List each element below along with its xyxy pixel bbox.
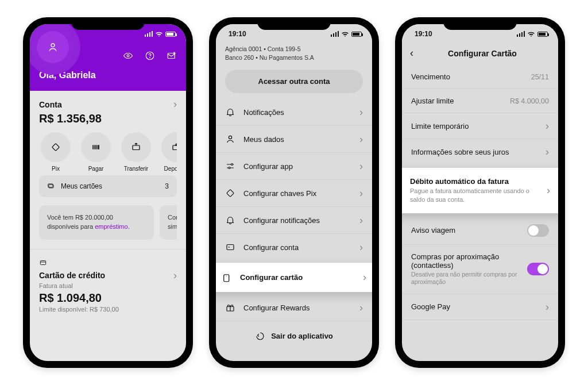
- chevron-right-icon: [359, 215, 363, 225]
- signal-icon: [517, 31, 525, 37]
- chevron-right-icon: [359, 302, 363, 313]
- svg-point-1: [127, 55, 129, 57]
- title-bar: ‹ Configurar Cartão: [402, 44, 558, 65]
- row-vencimento[interactable]: Vencimento 25/11: [402, 65, 558, 89]
- banner-other[interactable]: Conf simp: [160, 205, 177, 240]
- screen-home: Olá, Gabriela Conta R$ 1.356,98 Pix: [30, 24, 186, 361]
- transfer-in-icon: [171, 142, 177, 152]
- eye-icon[interactable]: [123, 51, 133, 61]
- cc-limit: Limite disponível: R$ 730,00: [39, 306, 177, 313]
- svg-rect-15: [227, 245, 234, 250]
- phone-settings-menu: 19:10 Agência 0001 • Conta 199-5 Banco 2…: [209, 17, 379, 368]
- cc-subtitle: Fatura atual: [39, 282, 177, 289]
- my-cards-label: Meus cartões: [61, 182, 102, 190]
- row-juros[interactable]: Informações sobre seus juros: [402, 139, 558, 164]
- person-icon: [47, 41, 59, 53]
- action-pix[interactable]: Pix: [39, 132, 72, 172]
- battery-icon: [351, 32, 362, 37]
- cc-amount: R$ 1.094,80: [39, 291, 177, 305]
- menu-config-rewards[interactable]: Configurar Rewards: [216, 294, 372, 321]
- content-home: Conta R$ 1.356,98 Pix Pagar Tran: [30, 91, 186, 321]
- svg-rect-14: [227, 190, 234, 197]
- notch: [257, 17, 331, 30]
- cc-title: Cartão de crédito: [39, 271, 105, 280]
- svg-rect-4: [168, 53, 175, 59]
- phone-home: Olá, Gabriela Conta R$ 1.356,98 Pix: [23, 17, 193, 368]
- person-icon: [225, 134, 235, 144]
- chevron-right-icon: [173, 99, 177, 110]
- wifi-icon: [155, 30, 163, 38]
- menu-config-account[interactable]: Configurar conta: [216, 234, 372, 260]
- svg-rect-6: [133, 145, 140, 150]
- menu-my-data[interactable]: Meus dados: [216, 126, 372, 152]
- row-google-pay[interactable]: Google Pay: [402, 294, 558, 320]
- invite-icon[interactable]: [167, 51, 177, 61]
- chevron-right-icon: [547, 185, 550, 196]
- action-pagar[interactable]: Pagar: [79, 132, 113, 172]
- row-ajustar-limite[interactable]: Ajustar limite R$ 4.000,00: [402, 89, 558, 113]
- svg-rect-5: [52, 144, 60, 151]
- toggle-contactless[interactable]: [527, 263, 549, 275]
- row-contactless[interactable]: Compras por aproximação (contactless) De…: [402, 245, 558, 294]
- my-cards-pill[interactable]: Meus cartões 3: [39, 175, 177, 197]
- action-depositar[interactable]: Depositar: [160, 132, 177, 172]
- wifi-icon: [527, 30, 535, 38]
- menu-notifications[interactable]: Notificações: [216, 99, 372, 125]
- account-section[interactable]: Conta R$ 1.356,98 Pix Pagar Tran: [39, 99, 177, 197]
- chevron-right-icon: [546, 302, 549, 312]
- chevron-right-icon: [546, 147, 549, 157]
- svg-rect-10: [40, 260, 45, 264]
- menu-config-app[interactable]: Configurar app: [216, 153, 372, 179]
- bell-icon: [225, 107, 235, 117]
- gift-icon: [225, 302, 235, 313]
- chevron-right-icon: [359, 188, 363, 198]
- chevron-right-icon: [359, 161, 363, 171]
- credit-card-section[interactable]: Cartão de crédito Fatura atual R$ 1.094,…: [39, 259, 177, 313]
- chevron-right-icon: [359, 107, 363, 117]
- notch: [443, 17, 517, 30]
- battery-icon: [537, 32, 548, 37]
- help-icon[interactable]: [145, 51, 155, 61]
- profile-avatar: [37, 31, 69, 63]
- svg-point-18: [226, 275, 227, 276]
- card-icon: [222, 272, 232, 283]
- my-cards-count: 3: [165, 182, 169, 190]
- chevron-right-icon: [363, 272, 366, 283]
- chevron-right-icon: [173, 270, 177, 281]
- phone-card-config: 19:10 ‹ Configurar Cartão Vencimento 25/…: [395, 17, 565, 368]
- row-debito-automatico-highlight[interactable]: Débito automático da fatura Pague a fatu…: [402, 168, 558, 213]
- notch: [71, 17, 145, 30]
- sliders-icon: [225, 161, 235, 171]
- menu-config-notifications[interactable]: Configurar notificações: [216, 207, 372, 233]
- bell-icon: [225, 215, 235, 225]
- settings-menu: Notificações Meus dados Configurar app C…: [216, 99, 372, 350]
- menu-config-card-highlight[interactable]: Configurar cartão: [216, 263, 372, 292]
- screen-settings-menu: 19:10 Agência 0001 • Conta 199-5 Banco 2…: [216, 24, 372, 361]
- status-time: 19:10: [415, 30, 432, 38]
- signal-icon: [331, 31, 339, 37]
- screen-card-config: 19:10 ‹ Configurar Cartão Vencimento 25/…: [402, 24, 558, 361]
- row-limite-temporario[interactable]: Limite temporário: [402, 113, 558, 139]
- pix-icon: [51, 142, 61, 152]
- account-title: Conta: [39, 100, 62, 109]
- account-box-icon: [225, 242, 235, 252]
- row-aviso-viagem[interactable]: Aviso viagem: [402, 217, 558, 244]
- banners: Você tem R$ 20.000,00 disponíveis para e…: [39, 205, 177, 240]
- toggle-aviso-viagem[interactable]: [527, 224, 549, 237]
- menu-config-pix[interactable]: Configurar chaves Pix: [216, 180, 372, 206]
- card-icon: [39, 259, 47, 267]
- account-balance: R$ 1.356,98: [39, 112, 177, 125]
- logout-button[interactable]: Sair do aplicativo: [216, 321, 372, 350]
- switch-account-button[interactable]: Acessar outra conta: [225, 70, 363, 93]
- wifi-icon: [341, 30, 349, 38]
- chevron-right-icon: [359, 134, 363, 144]
- svg-point-11: [229, 136, 231, 139]
- banner-loan[interactable]: Você tem R$ 20.000,00 disponíveis para e…: [39, 205, 154, 240]
- divider: [30, 249, 186, 249]
- vencimento-value: 25/11: [531, 73, 549, 81]
- signal-icon: [145, 31, 153, 37]
- quick-actions: Pix Pagar Transferir Depositar: [39, 132, 177, 172]
- action-transferir[interactable]: Transferir: [119, 132, 153, 172]
- battery-icon: [165, 32, 176, 37]
- svg-point-13: [229, 167, 230, 169]
